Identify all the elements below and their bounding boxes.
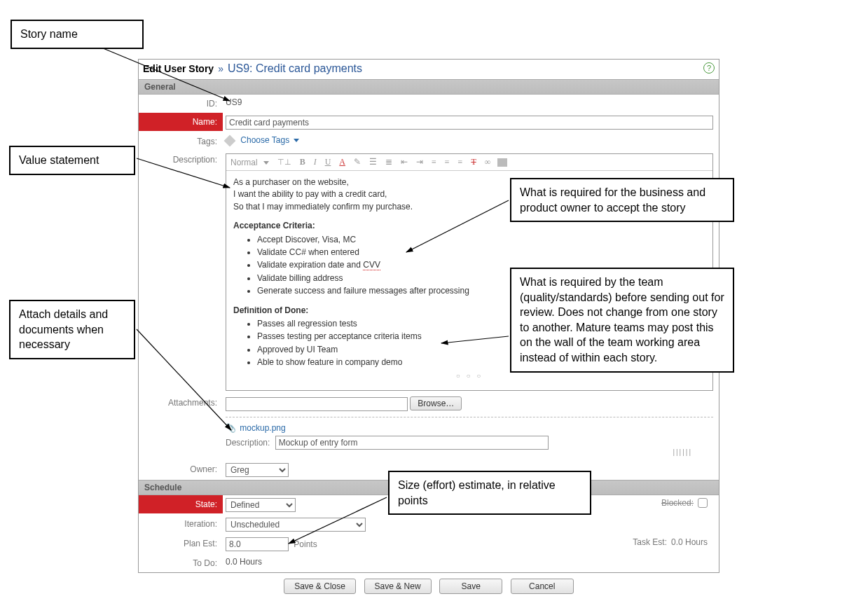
align-left-button[interactable]: ≡ [430,157,438,167]
outdent-button[interactable]: ⇤ [399,157,409,167]
ordered-list-button[interactable]: ☰ [368,157,378,167]
page-title: US9: Credit card payments [228,62,362,75]
underline-button[interactable]: U [324,157,333,167]
plan-est-input[interactable] [226,537,289,551]
value-id: US9 [223,95,719,110]
row-plan-est: Plan Est: Points Task Est: 0.0 Hours [139,534,719,554]
label-description: Description: [139,151,223,169]
font-size-icon[interactable]: ⊤⊥ [276,158,293,167]
state-select[interactable]: Defined [226,498,296,512]
unordered-list-button[interactable]: ≣ [384,157,394,167]
callout-size: Size (effort) estimate, in relative poin… [388,471,591,515]
value-to-do: 0.0 Hours [223,554,719,569]
label-iteration: Iteration: [139,515,223,533]
attachment-desc-input[interactable] [275,436,549,450]
callout-dod: What is required by the team (quality/st… [510,268,734,373]
row-tags: Tags: Choose Tags [139,132,719,151]
cancel-button[interactable]: Cancel [511,579,574,594]
plan-est-unit: Points [294,539,317,549]
chevron-down-icon [294,139,299,142]
value-task-est: 0.0 Hours [671,537,708,547]
iteration-select[interactable]: Unscheduled [226,518,366,532]
name-input[interactable] [226,116,713,130]
choose-tags-link[interactable]: Choose Tags [240,135,298,145]
italic-button[interactable]: I [312,157,318,167]
browse-button[interactable]: Browse… [410,396,462,410]
align-center-button[interactable]: ≡ [443,157,451,167]
indent-button[interactable]: ⇥ [415,157,425,167]
editor-toolbar: Normal ⊤⊥ B I U A ✎ ☰ ≣ ⇤ ⇥ ≡ ≡ ≡ T ∞ [226,154,712,171]
label-state: State: [139,495,223,513]
row-name: Name: [139,113,719,132]
save-new-button[interactable]: Save & New [364,579,432,594]
list-item: Validate CC# when entered [257,247,705,258]
image-button[interactable] [497,158,507,167]
align-right-button[interactable]: ≡ [457,157,464,167]
panel-header: Edit User Story » US9: Credit card payme… [139,60,719,79]
section-general: General [139,79,719,95]
label-blocked: Blocked: [661,498,694,508]
label-name: Name: [139,113,223,131]
callout-story-name: Story name [11,20,144,49]
row-id: ID: US9 [139,95,719,113]
label-to-do: To Do: [139,554,223,572]
save-close-button[interactable]: Save & Close [284,579,356,594]
owner-select[interactable]: Greg [226,463,289,477]
link-button[interactable]: ∞ [483,157,492,167]
callout-value-stmt: Value statement [9,146,135,175]
resize-handle-icon[interactable]: ○ ○ ○ [233,371,705,382]
bold-button[interactable]: B [298,157,307,167]
editor-style-select[interactable]: Normal [230,158,270,167]
label-owner: Owner: [139,460,223,478]
attachment-link[interactable]: mockup.png [240,423,285,433]
label-task-est: Task Est: [633,537,667,547]
save-button[interactable]: Save [439,579,502,594]
callout-attach: Attach details and documents when necess… [9,300,135,359]
label-id: ID: [139,95,223,113]
label-attach-desc: Description: [226,438,270,448]
edit-label: Edit User Story [143,63,214,74]
help-icon[interactable]: ? [703,62,715,74]
highlight-button[interactable]: ✎ [352,157,362,167]
breadcrumb-separator: » [218,63,223,74]
list-item: Accept Discover, Visa, MC [257,234,705,246]
row-attachments: Attachments: Browse… 📎 mockup.png Descri… [139,394,719,460]
choose-tags-label: Choose Tags [240,135,289,145]
row-to-do: To Do: 0.0 Hours [139,554,719,572]
button-bar: Save & Close Save & New Save Cancel [138,579,719,594]
label-attachments: Attachments: [139,394,223,412]
label-plan-est: Plan Est: [139,534,223,553]
font-color-button[interactable]: A [338,157,347,167]
clear-format-button[interactable]: T [469,157,477,167]
tag-icon [224,134,236,146]
paperclip-icon: 📎 [226,423,236,433]
attachment-path-input[interactable] [226,397,408,411]
callout-accept: What is required for the business and pr… [510,178,734,222]
label-tags: Tags: [139,132,223,151]
row-iteration: Iteration: Unscheduled [139,515,719,534]
separator [226,417,713,417]
blocked-checkbox[interactable] [698,498,708,508]
